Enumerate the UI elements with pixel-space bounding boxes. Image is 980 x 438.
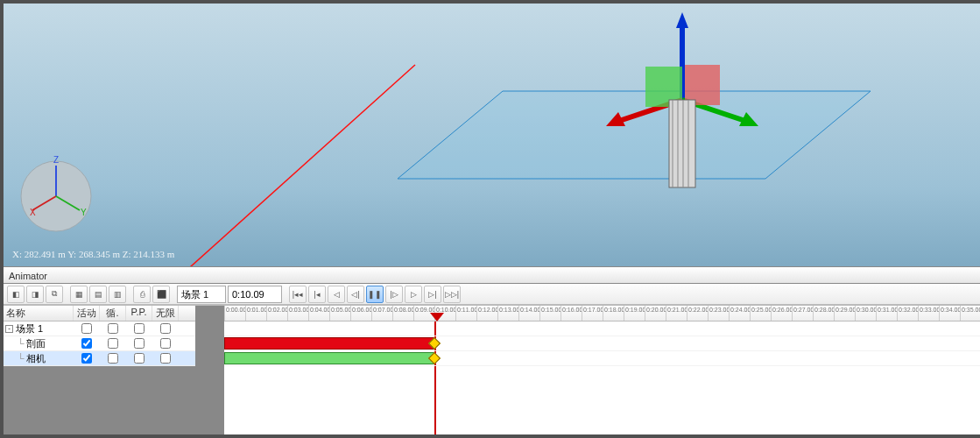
- checkbox-active[interactable]: [81, 353, 92, 364]
- scene-tree-panel: 名称 活动 循. P.P. 无限 -场景 1└剖面└相机: [4, 306, 196, 434]
- gizmo-y-label: Y: [81, 208, 87, 217]
- track-row[interactable]: [224, 321, 980, 336]
- rewind-button[interactable]: |◂◂: [289, 286, 307, 303]
- checkbox-loop[interactable]: [108, 338, 118, 349]
- checkbox-loop[interactable]: [108, 353, 118, 364]
- track-bar[interactable]: [224, 352, 434, 364]
- time-input[interactable]: [228, 286, 282, 303]
- last-keyframe-button[interactable]: ▷▷|: [443, 286, 461, 303]
- checkbox-loop[interactable]: [108, 323, 118, 334]
- next-keyframe-button[interactable]: ▷|: [424, 286, 441, 303]
- col-pp: P.P.: [126, 306, 152, 321]
- tool-btn-1[interactable]: ◧: [7, 286, 25, 303]
- gizmo-z-label: Z: [53, 155, 59, 165]
- tree-row-label: 剖面: [26, 337, 46, 350]
- animator-toolbar: ◧ ◨ ⧉ ▦ ▤ ▥ ⎙ ⬛ 场景 1 |◂◂ |◂ ◁ ◁| ❚❚ |▷ ▷…: [4, 284, 980, 305]
- tree-header: 名称 活动 循. P.P. 无限: [4, 306, 195, 321]
- tool-btn-8[interactable]: ⬛: [152, 286, 170, 303]
- checkbox-pp[interactable]: [134, 323, 145, 334]
- viewport-canvas: Z X Y: [4, 4, 976, 266]
- pause-button[interactable]: ❚❚: [366, 286, 384, 303]
- play-button[interactable]: ▷: [405, 286, 422, 303]
- col-inf: 无限: [152, 306, 179, 321]
- tree-row[interactable]: └剖面: [4, 336, 195, 351]
- app-frame: Z X Y X: 282.491 m Y: 268.345 m Z: 214.1…: [0, 0, 980, 438]
- timeline-area[interactable]: 0:00.000:01.000:02.000:03.000:04.000:05.…: [224, 306, 980, 434]
- step-forward-button[interactable]: |▷: [385, 286, 403, 303]
- scene-select[interactable]: 场景 1: [177, 286, 226, 303]
- tool-btn-2[interactable]: ◨: [26, 286, 44, 303]
- animator-body: 名称 活动 循. P.P. 无限 -场景 1└剖面└相机 0:00.000:01…: [4, 305, 980, 434]
- checkbox-active[interactable]: [81, 338, 92, 349]
- coordinate-readout: X: 282.491 m Y: 268.345 m Z: 214.133 m: [12, 249, 174, 259]
- tool-btn-6[interactable]: ▥: [109, 286, 126, 303]
- prev-keyframe-button[interactable]: ◁: [328, 286, 345, 303]
- svg-rect-7: [685, 65, 720, 105]
- checkbox-inf[interactable]: [160, 353, 171, 364]
- gizmo-x-label: X: [30, 208, 36, 217]
- tool-btn-3[interactable]: ⧉: [46, 286, 63, 303]
- expand-icon[interactable]: -: [5, 325, 13, 333]
- tree-row[interactable]: -场景 1: [4, 321, 195, 336]
- animator-panel-title: Animator: [4, 266, 980, 284]
- tree-body[interactable]: -场景 1└剖面└相机: [4, 321, 195, 366]
- first-keyframe-button[interactable]: |◂: [308, 286, 326, 303]
- svg-marker-0: [398, 91, 871, 179]
- step-back-button[interactable]: ◁|: [347, 286, 364, 303]
- checkbox-pp[interactable]: [134, 353, 145, 364]
- tree-row-label: 相机: [26, 352, 46, 365]
- track-row[interactable]: [224, 351, 980, 366]
- tree-row-label: 场景 1: [16, 322, 43, 336]
- tracks-area[interactable]: [224, 321, 980, 434]
- col-name: 名称: [4, 306, 74, 321]
- track-row[interactable]: [224, 336, 980, 351]
- track-bar[interactable]: [224, 337, 434, 350]
- tree-row[interactable]: └相机: [4, 351, 195, 366]
- timeline-gutter: [196, 306, 224, 434]
- tool-btn-4[interactable]: ▦: [70, 286, 88, 303]
- timeline-panel: 0:00.000:01.000:02.000:03.000:04.000:05.…: [196, 306, 980, 434]
- col-loop: 循.: [100, 306, 126, 321]
- viewport-3d[interactable]: Z X Y X: 282.491 m Y: 268.345 m Z: 214.1…: [4, 4, 980, 266]
- col-active: 活动: [74, 306, 100, 321]
- checkbox-pp[interactable]: [134, 338, 145, 349]
- checkbox-active[interactable]: [81, 323, 92, 334]
- tool-btn-7[interactable]: ⎙: [133, 286, 151, 303]
- checkbox-inf[interactable]: [160, 323, 171, 334]
- svg-marker-2: [676, 12, 688, 28]
- tool-btn-5[interactable]: ▤: [89, 286, 107, 303]
- time-ruler[interactable]: 0:00.000:01.000:02.000:03.000:04.000:05.…: [224, 306, 980, 321]
- checkbox-inf[interactable]: [160, 338, 171, 349]
